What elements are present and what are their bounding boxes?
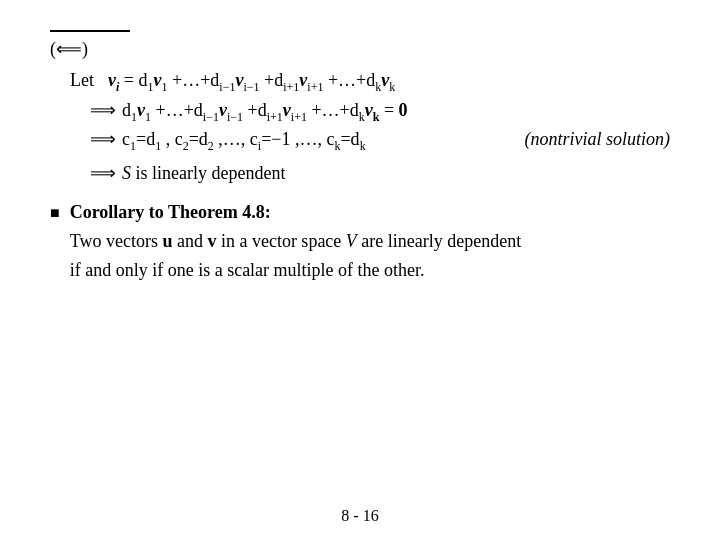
corollary-body-line2: if and only if one is a scalar multiple … (70, 256, 670, 285)
top-divider (50, 30, 130, 32)
page-number: 8 - 16 (341, 507, 378, 525)
s-linearly-dependent: S is linearly dependent (122, 163, 285, 184)
implies-line-2: ⟹ c1=d1 , c2=d2 ,…, ci=−1 ,…, ck=dk (90, 128, 495, 154)
page: (⟸) Let vi = d1v1 +…+di−1vi−1 +di+1vi+1 … (0, 0, 720, 540)
corollary-text-1: Two vectors (70, 231, 163, 251)
direction-label: (⟸) (50, 38, 670, 60)
implies-s-line: ⟹ S is linearly dependent (90, 162, 670, 184)
let-line: Let vi = d1v1 +…+di−1vi−1 +di+1vi+1 +…+d… (70, 70, 670, 95)
nontrivial-label: (nontrivial solution) (525, 129, 671, 150)
corollary-V: V (346, 231, 357, 251)
implies-symbol-1: ⟹ (90, 99, 116, 121)
let-keyword: Let (70, 70, 94, 91)
implies-line-1: ⟹ d1v1 +…+di−1vi−1 +di+1vi+1 +…+dkvk = 0 (90, 99, 670, 125)
implies-equation-2: c1=d1 , c2=d2 ,…, ci=−1 ,…, ck=dk (122, 129, 366, 154)
let-equation: vi = d1v1 +…+di−1vi−1 +di+1vi+1 +…+dkvk (108, 70, 395, 95)
corollary-text-2: in a vector space (216, 231, 345, 251)
corollary-body-line1: Two vectors u and v in a vector space V … (70, 227, 670, 256)
corollary-title: Corollary to Theorem 4.8: (70, 202, 670, 223)
corollary-section: ■ Corollary to Theorem 4.8: Two vectors … (50, 202, 670, 285)
implies-line-2-row: ⟹ c1=d1 , c2=d2 ,…, ci=−1 ,…, ck=dk (non… (50, 128, 670, 158)
corollary-text-3: are linearly dependent (357, 231, 521, 251)
implies-symbol-3: ⟹ (90, 162, 116, 184)
implies-equation-1: d1v1 +…+di−1vi−1 +di+1vi+1 +…+dkvk = 0 (122, 100, 408, 125)
implies-symbol-2: ⟹ (90, 128, 116, 150)
bullet-symbol: ■ (50, 204, 60, 222)
corollary-u: u (162, 231, 172, 251)
corollary-content: Corollary to Theorem 4.8: Two vectors u … (70, 202, 670, 285)
corollary-and: and (172, 231, 207, 251)
